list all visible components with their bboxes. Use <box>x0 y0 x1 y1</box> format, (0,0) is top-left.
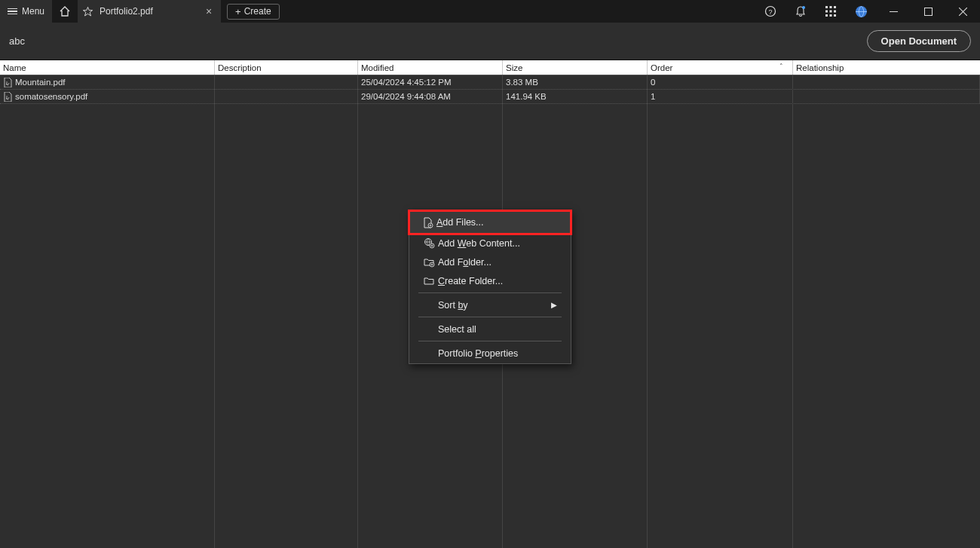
cell-order: 0 <box>648 75 793 89</box>
menu-separator <box>418 317 562 317</box>
menu-label: Select all <box>438 324 557 335</box>
help-icon: ? <box>764 5 776 17</box>
menu-create-folder[interactable]: Create Folder... <box>414 271 566 290</box>
add-file-icon <box>418 217 436 228</box>
create-label: Create <box>244 6 271 17</box>
menu-label: Add Web Content... <box>438 238 557 249</box>
titlebar: Menu Portfolio2.pdf × + Create ? <box>0 0 980 23</box>
submenu-arrow-icon: ▶ <box>550 301 557 309</box>
cell-relationship <box>793 90 980 103</box>
folder-icon <box>420 275 438 286</box>
maximize-button[interactable] <box>911 0 945 23</box>
svg-rect-7 <box>830 11 832 13</box>
cell-relationship <box>793 75 980 89</box>
table-header: Name Description Modified Size Order˄ Re… <box>0 60 980 75</box>
cell-name: somatosensory.pdf <box>0 90 215 103</box>
create-button[interactable]: + Create <box>227 4 280 20</box>
menu-label: Portfolio Properties <box>438 348 557 359</box>
help-button[interactable]: ? <box>755 0 786 23</box>
pdf-file-icon <box>3 77 12 87</box>
menu-add-folder[interactable]: Add Folder... <box>414 253 566 271</box>
svg-rect-10 <box>830 14 832 17</box>
window-close-button[interactable] <box>945 0 980 23</box>
star-icon <box>82 6 93 17</box>
svg-rect-8 <box>834 11 836 13</box>
globe-icon <box>855 5 868 18</box>
menu-add-web-content[interactable]: Add Web Content... <box>414 234 566 253</box>
cell-name: Mountain.pdf <box>0 75 215 89</box>
web-icon <box>420 237 438 249</box>
apps-button[interactable] <box>816 0 846 23</box>
svg-point-2 <box>802 6 805 9</box>
svg-rect-6 <box>825 11 828 13</box>
column-header-name[interactable]: Name <box>0 60 215 75</box>
home-button[interactable] <box>52 0 78 23</box>
menu-add-files[interactable]: Add Files... <box>409 211 571 234</box>
cell-size: 141.94 KB <box>503 90 648 103</box>
svg-text:?: ? <box>768 8 772 16</box>
add-folder-icon <box>420 256 438 268</box>
notifications-button[interactable] <box>786 0 816 23</box>
menu-label: Menu <box>22 6 44 17</box>
svg-rect-11 <box>834 14 836 17</box>
column-header-description[interactable]: Description <box>215 60 358 75</box>
table-row[interactable]: Mountain.pdf 25/04/2024 4:45:12 PM 3.83 … <box>0 75 980 90</box>
column-header-relationship[interactable]: Relationship <box>793 60 980 75</box>
menu-separator <box>418 341 562 341</box>
menu-label: Sort by <box>438 300 550 311</box>
maximize-icon <box>924 8 933 16</box>
column-header-order[interactable]: Order˄ <box>648 60 793 75</box>
cell-modified: 29/04/2024 9:44:08 AM <box>358 90 503 103</box>
home-icon <box>59 5 71 17</box>
table-row[interactable]: somatosensory.pdf 29/04/2024 9:44:08 AM … <box>0 90 980 104</box>
grid-icon <box>825 6 836 17</box>
cell-description <box>215 75 358 89</box>
cell-modified: 25/04/2024 4:45:12 PM <box>358 75 503 89</box>
close-icon <box>959 8 967 16</box>
svg-rect-9 <box>825 14 828 17</box>
minimize-icon <box>890 8 898 16</box>
file-list: Mountain.pdf 25/04/2024 4:45:12 PM 3.83 … <box>0 75 980 104</box>
menu-label: Add Folder... <box>438 257 557 268</box>
hamburger-icon <box>8 8 17 15</box>
sort-ascending-icon: ˄ <box>779 63 783 70</box>
context-menu: Add Files... Add Web Content... Add Fold… <box>409 210 571 364</box>
cell-order: 1 <box>648 90 793 103</box>
bell-icon <box>795 5 807 17</box>
svg-rect-14 <box>924 8 932 15</box>
tab-title: Portfolio2.pdf <box>100 6 198 17</box>
cell-size: 3.83 MB <box>503 75 648 89</box>
plus-icon: + <box>235 6 241 17</box>
column-header-modified[interactable]: Modified <box>358 60 503 75</box>
open-document-button[interactable]: Open Document <box>867 30 971 52</box>
open-document-label: Open Document <box>881 35 957 47</box>
document-tab[interactable]: Portfolio2.pdf × <box>78 0 221 23</box>
tab-close-button[interactable]: × <box>203 5 215 17</box>
svg-rect-3 <box>825 6 828 8</box>
column-header-size[interactable]: Size <box>503 60 648 75</box>
menu-select-all[interactable]: Select all <box>414 320 566 338</box>
account-button[interactable] <box>846 0 876 23</box>
pdf-file-icon <box>3 91 12 102</box>
menu-portfolio-properties[interactable]: Portfolio Properties <box>414 344 566 363</box>
menu-label: Create Folder... <box>438 276 557 286</box>
minimize-button[interactable] <box>876 0 911 23</box>
cell-description <box>215 90 358 103</box>
menu-sort-by[interactable]: Sort by ▶ <box>414 295 566 314</box>
breadcrumb-path: abc <box>9 35 25 47</box>
menu-button[interactable]: Menu <box>0 0 52 23</box>
breadcrumb-bar: abc Open Document <box>0 23 980 60</box>
svg-rect-4 <box>830 6 832 8</box>
menu-separator <box>418 292 562 293</box>
menu-label: Add Files... <box>436 217 557 228</box>
svg-rect-5 <box>834 6 836 8</box>
